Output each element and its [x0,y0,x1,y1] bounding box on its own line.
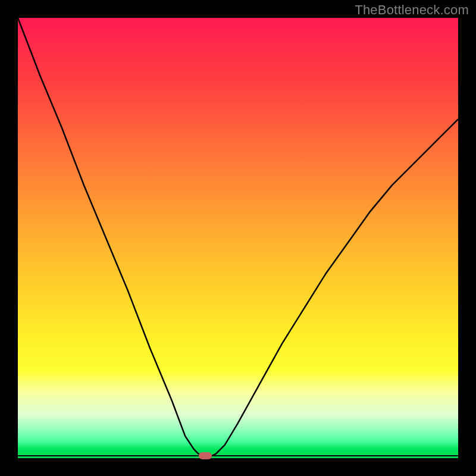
plot-area [18,18,458,458]
baseline [18,455,458,456]
bottleneck-curve [18,18,458,458]
chart-container: TheBottleneck.com [0,0,476,476]
watermark-text: TheBottleneck.com [355,2,469,18]
optimal-marker [199,452,212,459]
